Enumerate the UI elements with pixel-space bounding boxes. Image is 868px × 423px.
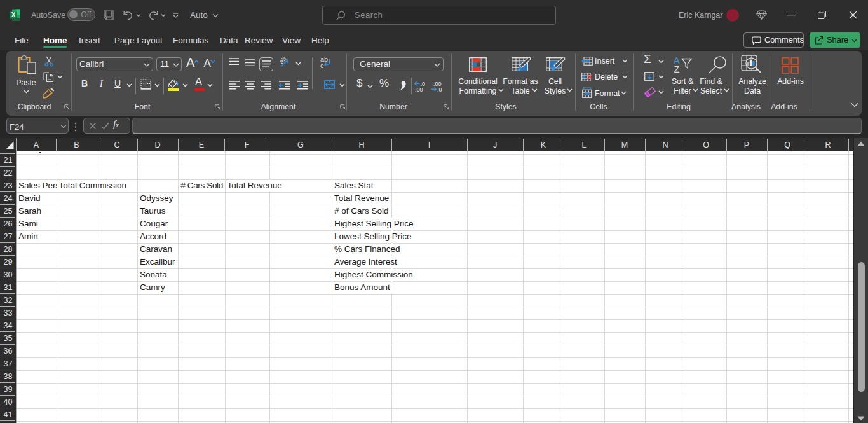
svg-text:X: X [11,11,16,18]
svg-text:c: c [320,62,324,69]
svg-text:Z: Z [674,64,680,73]
svg-text:.0: .0 [437,87,442,92]
svg-text:.00: .00 [415,87,423,92]
